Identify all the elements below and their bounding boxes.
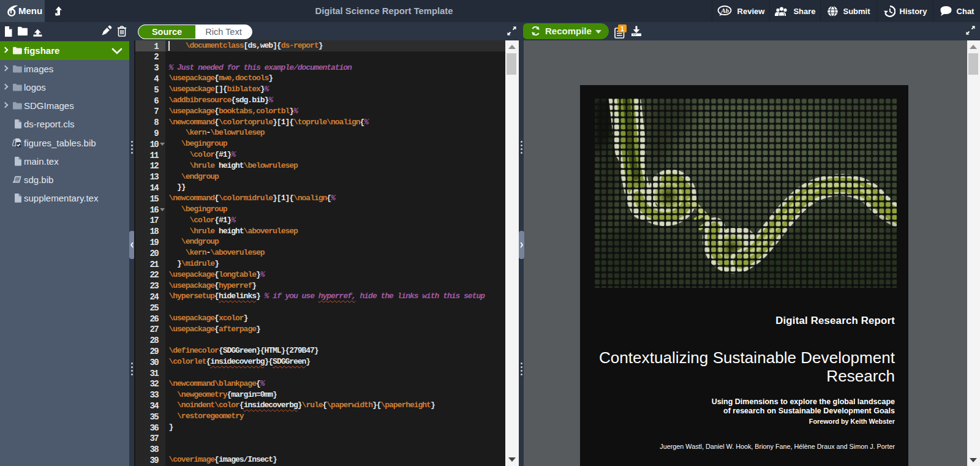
svg-text:Ab: Ab — [720, 7, 729, 14]
svg-text:1: 1 — [620, 25, 624, 32]
